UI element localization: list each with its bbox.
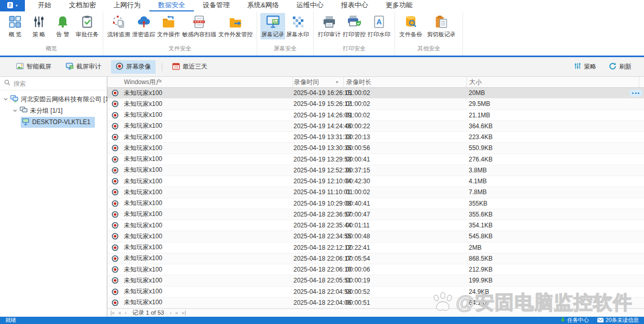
table-row[interactable]: 未知玩家x1002025-04-18 22:05:5100:00:19199.9… (107, 275, 644, 286)
cell-windows-user: 未知玩家x100 (123, 243, 292, 252)
menu-tab-6[interactable]: 系统&网络 (239, 0, 288, 11)
header-record-time[interactable]: 录像时间 ▼ (292, 77, 343, 87)
table-row[interactable]: 未知玩家x1002025-04-19 12:10:0400:42:304.1MB (107, 176, 644, 187)
tree-node-ungrouped[interactable]: 未分组 [1/1] (0, 105, 107, 116)
cell-size: 3.8MB (466, 167, 644, 174)
table-row[interactable]: 未知玩家x1002025-04-19 15:26:1201:00:0229.5M… (107, 99, 644, 110)
table-row[interactable]: 未知玩家x1002025-04-19 14:24:4600:00:22364.6… (107, 121, 644, 132)
ribbon-item-policy[interactable]: 策 略 (27, 13, 51, 39)
header-windows-user[interactable]: Windows用户 (123, 78, 292, 87)
tree-node-company[interactable]: 河北安固云网络科技有限公司 [1/1] (0, 93, 107, 105)
table-row[interactable]: 未知玩家x1002025-04-19 10:29:0800:40:41355KB (107, 198, 644, 209)
record-icon (107, 244, 123, 251)
menu-tab-2[interactable]: 文档加密 (60, 0, 105, 11)
menu-tab-5[interactable]: 设备管理 (194, 0, 239, 11)
smart-capture-icon (16, 62, 24, 72)
table-row[interactable]: 未知玩家x1002025-04-19 13:29:5300:00:41276.4… (107, 154, 644, 165)
record-icon (107, 266, 123, 273)
ribbon-item-screen-watermark[interactable]: 屏幕水印 (285, 13, 310, 39)
table-row[interactable]: 未知玩家x1002025-04-18 22:04:5800:00:5224.9K… (107, 287, 644, 298)
fast-next-button[interactable]: » (175, 310, 178, 316)
ribbon-item-file-outgoing[interactable]: 文件外发管控 (217, 13, 254, 39)
cell-windows-user: 未知玩家x100 (123, 111, 292, 119)
recent-days-button[interactable]: 23 最近三天 (167, 60, 212, 74)
table-row[interactable]: 未知玩家x1002025-04-19 16:26:1501:00:0220MB (107, 88, 644, 99)
ribbon-item-print-watermark[interactable]: A 打印水印 (367, 13, 391, 39)
record-icon (107, 299, 123, 306)
header-size[interactable]: 大小 (466, 77, 639, 87)
capture-audit-button[interactable]: 截屏审计 (61, 60, 106, 74)
task-center-button[interactable]: 任务中心 (561, 317, 589, 324)
menu-tab-8[interactable]: 报表中心 (332, 0, 377, 11)
ribbon-item-print-control[interactable]: 打印管控 (342, 13, 367, 39)
menu-tab-1[interactable]: 开始 (29, 0, 60, 11)
unread-messages-button[interactable]: 20条未读信息 (597, 317, 639, 324)
cell-windows-user: 未知玩家x100 (123, 287, 292, 296)
menu-tab-4[interactable]: 数据安全 (149, 0, 194, 11)
cell-size: 199.9KB (466, 277, 644, 284)
cell-duration: 00:20:13 (343, 133, 466, 141)
table-row[interactable]: 未知玩家x1002025-04-19 13:30:3500:00:56550.9… (107, 143, 644, 154)
ribbon-item-flow-trace[interactable]: 流转追溯 (106, 13, 131, 39)
ribbon-item-screen-record[interactable]: 屏幕记录 (260, 13, 285, 39)
record-icon (107, 123, 123, 130)
ribbon-item-file-operation[interactable]: 文件操作 (156, 13, 181, 39)
smart-capture-button[interactable]: 智能截屏 (11, 60, 56, 74)
ribbon-item-file-backup[interactable]: 文件备份 (398, 13, 423, 39)
menu-bar: ▼ 开始文档加密上网行为数据安全设备管理系统&网络运维中心报表中心更多功能 (0, 0, 644, 11)
refresh-button[interactable]: 刷新 (608, 60, 633, 74)
screen-record-icon (266, 15, 280, 29)
first-page-button[interactable]: |« (110, 310, 115, 316)
menu-tab-9[interactable]: 更多功能 (377, 0, 422, 11)
cell-duration: 00:00:56 (343, 144, 466, 152)
fast-prev-button[interactable]: « (118, 310, 121, 316)
table-row[interactable]: 未知玩家x1002025-04-19 14:26:0901:00:0221.1M… (107, 110, 644, 121)
table-row[interactable]: 未知玩家x1002025-04-18 22:34:5500:00:48545.8… (107, 231, 644, 242)
cell-windows-user: 未知玩家x100 (123, 155, 292, 164)
table-row[interactable]: 未知玩家x1002025-04-18 22:36:5700:00:47355.6… (107, 209, 644, 220)
cell-size: 355.6KB (466, 211, 644, 218)
download-arrow-icon (561, 317, 565, 323)
table-row[interactable]: 未知玩家x1002025-04-18 22:04:0600:00:5164.1K… (107, 298, 644, 308)
table-row[interactable]: 未知玩家x1002025-04-18 22:06:1700:05:54868.5… (107, 253, 644, 264)
table-row[interactable]: 未知玩家x1002025-04-19 11:10:0101:00:027.8MB (107, 187, 644, 198)
ribbon-item-leak-trace[interactable]: 泄密追踪 (131, 13, 156, 39)
ribbon-item-sensitive-scan[interactable]: 敏感内容扫描 (181, 13, 217, 39)
screen-recording-button[interactable]: 屏幕录像 (111, 60, 156, 74)
cell-record-time: 2025-04-19 16:26:15 (292, 89, 343, 97)
recording-table: Windows用户 录像时间 ▼ 录像时长 大小 未知玩家x1002025-04… (107, 77, 644, 317)
ribbon-item-clipboard-record[interactable]: 剪切板记录 (423, 13, 459, 39)
clipboard-record-icon (435, 15, 449, 29)
header-duration[interactable]: 录像时长 (343, 77, 466, 87)
cell-size: 355KB (466, 200, 644, 207)
menu-tab-7[interactable]: 运维中心 (288, 0, 332, 11)
record-icon (107, 144, 123, 152)
table-row[interactable]: 未知玩家x1002025-04-19 12:52:3600:37:153.8MB (107, 165, 644, 176)
ribbon-item-overview[interactable]: 概 览 (3, 13, 27, 39)
prev-page-button[interactable]: ‹ (125, 310, 127, 316)
last-page-button[interactable]: »| (181, 310, 186, 316)
cell-windows-user: 未知玩家x100 (123, 166, 292, 174)
ribbon-group-label: 其他安全 (395, 43, 463, 56)
app-logo-button[interactable]: ▼ (0, 0, 25, 11)
cell-windows-user: 未知玩家x100 (123, 232, 292, 241)
ribbon-item-alarm[interactable]: 告 警 (51, 13, 75, 39)
calendar-icon: 23 (172, 62, 180, 72)
table-row[interactable]: 未知玩家x1002025-04-19 13:31:3300:20:13223.4… (107, 132, 644, 143)
table-row[interactable]: 未知玩家x1002025-04-18 22:06:1000:00:06212.9… (107, 264, 644, 275)
table-row[interactable]: 未知玩家x1002025-04-18 22:12:1200:22:412MB (107, 242, 644, 253)
table-row[interactable]: 未知玩家x1002025-04-18 22:35:4400:01:11354.1… (107, 220, 644, 231)
next-page-button[interactable]: › (170, 310, 171, 316)
cell-duration: 00:00:22 (343, 123, 466, 130)
menu-tab-3[interactable]: 上网行为 (105, 0, 149, 11)
ribbon-item-approval[interactable]: 审批任务 (75, 13, 100, 39)
strategy-button[interactable]: 策略 (573, 60, 597, 73)
cell-record-time: 2025-04-18 22:06:17 (292, 255, 343, 262)
search-input[interactable] (13, 80, 96, 87)
sort-descending-icon[interactable]: ▼ (335, 80, 339, 85)
row-actions-button[interactable] (629, 90, 642, 97)
cell-size: 276.4KB (466, 156, 644, 163)
ribbon-item-print-audit[interactable]: 打印审计 (317, 13, 342, 39)
tree-node-computer[interactable]: DESKTOP-VLKTLE1 (0, 116, 107, 128)
ribbon-group-overview: 概 览 策 略 告 警 审批任务 概览 (0, 11, 103, 56)
